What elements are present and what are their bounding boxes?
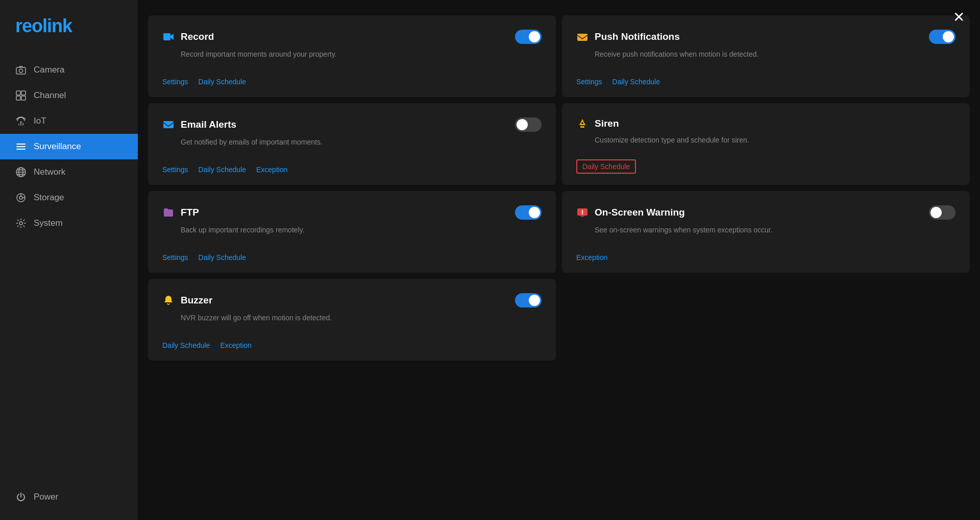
email-links: Settings Daily Schedule Exception [162,166,542,174]
sidebar-item-surveillance[interactable]: Surveillance [0,134,138,159]
push-notifications-card-header: Push Notifications [576,30,955,44]
on-screen-warning-card-header: On-Screen Warning [576,205,955,220]
svg-point-1 [19,69,23,73]
warning-exception-link[interactable]: Exception [576,253,607,262]
svg-point-6 [20,122,22,123]
svg-rect-16 [163,121,174,128]
svg-rect-4 [16,96,20,100]
siren-card-header: Siren [576,117,955,130]
ftp-description: Back up important recordings remotely. [162,225,542,243]
email-icon [162,119,175,131]
sidebar-item-storage[interactable]: Storage [0,185,138,210]
email-daily-schedule-link[interactable]: Daily Schedule [199,166,246,174]
siren-title: Siren [595,118,619,129]
push-links: Settings Daily Schedule [576,78,955,86]
record-links: Settings Daily Schedule [162,78,542,86]
email-toggle[interactable] [515,117,542,132]
warning-description: See on-screen warnings when system excep… [576,225,955,243]
svg-point-18 [581,122,583,124]
sidebar-item-camera[interactable]: Camera [0,57,138,83]
buzzer-card: Buzzer NVR buzzer will go off when motio… [148,279,556,361]
svg-rect-2 [16,91,20,95]
ftp-settings-link[interactable]: Settings [162,253,188,262]
record-toggle[interactable] [515,30,542,44]
power-icon [15,491,27,503]
push-description: Receive push notifications when motion i… [576,49,955,67]
warning-links: Exception [576,253,955,262]
email-settings-link[interactable]: Settings [162,166,188,174]
app-logo: reolink [15,15,122,37]
buzzer-card-header: Buzzer [162,293,542,308]
svg-rect-3 [21,91,26,95]
sidebar-item-camera-label: Camera [34,65,64,75]
buzzer-icon [162,294,175,306]
push-settings-link[interactable]: Settings [576,78,602,86]
svg-point-13 [19,222,22,225]
ftp-card: FTP Back up important recordings remotel… [148,191,556,273]
warning-title-row: On-Screen Warning [576,206,685,219]
sidebar-item-network-label: Network [34,167,65,177]
push-title: Push Notifications [595,31,680,42]
svg-rect-17 [580,126,584,128]
sidebar-item-channel[interactable]: Channel [0,83,138,108]
buzzer-daily-schedule-link[interactable]: Daily Schedule [162,341,210,349]
buzzer-exception-link[interactable]: Exception [220,341,251,349]
logo-container: reolink [0,15,138,57]
record-title-row: Record [162,31,214,43]
push-toggle[interactable] [929,30,955,44]
surveillance-icon [15,141,27,152]
buzzer-toggle[interactable] [515,293,542,308]
record-settings-link[interactable]: Settings [162,78,188,86]
buzzer-description: NVR buzzer will go off when motion is de… [162,313,542,331]
ftp-toggle[interactable] [515,205,542,220]
iot-icon [15,115,27,127]
ftp-title-row: FTP [162,206,199,219]
ftp-daily-schedule-link[interactable]: Daily Schedule [199,253,246,262]
email-exception-link[interactable]: Exception [256,166,287,174]
sidebar-item-system[interactable]: System [0,210,138,236]
warning-icon [576,206,589,219]
record-card: Record Record important moments around y… [148,15,556,97]
push-title-row: Push Notifications [576,31,680,43]
power-label: Power [34,492,58,502]
power-button[interactable]: Power [0,484,138,510]
network-icon [15,167,27,178]
push-daily-schedule-link[interactable]: Daily Schedule [612,78,660,86]
siren-links: Daily Schedule [576,159,955,174]
siren-card: Siren Customize detection type and sched… [562,103,970,185]
email-title: Email Alerts [181,119,236,130]
record-description: Record important moments around your pro… [162,49,542,67]
system-icon [15,218,27,229]
close-button[interactable]: ✕ [953,10,965,25]
svg-rect-14 [163,33,170,40]
sidebar: reolink Camera Chan [0,0,138,520]
buzzer-links: Daily Schedule Exception [162,341,542,349]
sidebar-item-iot-label: IoT [34,116,46,126]
svg-point-10 [19,196,22,199]
sidebar-item-network[interactable]: Network [0,159,138,185]
siren-title-row: Siren [576,117,619,130]
ftp-icon [162,206,175,219]
main-content: ✕ Record Record important moments around… [138,0,980,520]
buzzer-title-row: Buzzer [162,294,212,306]
camera-icon [15,64,27,76]
siren-icon [576,117,589,130]
email-alerts-card: Email Alerts Get notified by emails of i… [148,103,556,185]
sidebar-item-storage-label: Storage [34,193,64,203]
svg-rect-5 [21,96,26,100]
nav-menu: Camera Channel [0,57,138,484]
channel-icon [15,90,27,101]
ftp-links: Settings Daily Schedule [162,253,542,262]
siren-description: Customize detection type and schedule fo… [576,135,955,149]
buzzer-title: Buzzer [181,295,212,306]
push-icon [576,31,589,43]
record-title: Record [181,31,214,42]
warning-toggle[interactable] [929,205,955,220]
warning-title: On-Screen Warning [595,207,685,218]
svg-rect-0 [16,67,26,74]
sidebar-item-iot[interactable]: IoT [0,108,138,134]
sidebar-item-surveillance-label: Surveillance [34,141,81,152]
siren-daily-schedule-link[interactable]: Daily Schedule [576,159,636,174]
ftp-title: FTP [181,207,199,218]
record-daily-schedule-link[interactable]: Daily Schedule [199,78,246,86]
